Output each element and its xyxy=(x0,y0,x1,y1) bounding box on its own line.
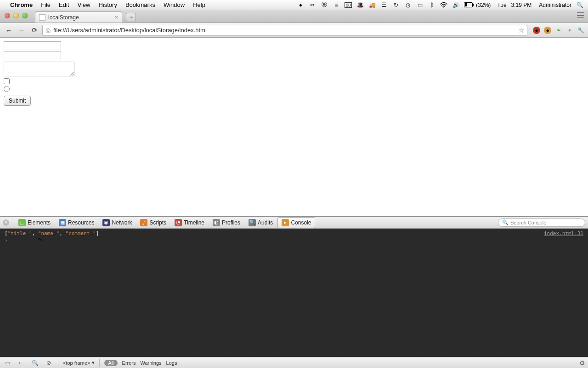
devtools-panel: × ⬚ Elements ▦ Resources ◉ Network 𝑓 Scr… xyxy=(0,216,588,368)
console-output[interactable]: ["title=", "name=", "comment="] index.ht… xyxy=(0,229,588,357)
devtools-tab-elements[interactable]: ⬚ Elements xyxy=(15,218,54,228)
window-zoom-button[interactable] xyxy=(22,13,28,18)
frame-selector-label: <top frame> xyxy=(63,360,90,366)
dock-toggle-icon[interactable]: ▭ xyxy=(3,359,12,367)
page-content: Submit xyxy=(0,38,588,211)
menu-file[interactable]: File xyxy=(41,1,51,8)
devtools-tab-label: Elements xyxy=(28,219,51,226)
console-prompt-icon[interactable]: › xyxy=(5,237,583,243)
devtools-tab-audits[interactable]: 🔍 Audits xyxy=(245,218,277,228)
tab-close-icon[interactable]: × xyxy=(114,14,118,21)
frame-selector[interactable]: <top frame> ▾ xyxy=(63,360,95,366)
menu-edit[interactable]: Edit xyxy=(59,1,69,8)
status-icon-1[interactable]: ● xyxy=(297,2,304,8)
reload-button[interactable]: ⟳ xyxy=(29,25,40,35)
extension-icon-1[interactable]: ● xyxy=(533,27,540,34)
bluetooth-icon[interactable]: ᛒ xyxy=(428,2,435,8)
bookmark-star-icon[interactable]: ☆ xyxy=(518,26,524,34)
devtools-tab-label: Console xyxy=(291,219,311,226)
filter-errors[interactable]: Errors xyxy=(122,360,136,366)
audits-icon: 🔍 xyxy=(249,219,256,226)
submit-button[interactable]: Submit xyxy=(4,96,31,106)
fullscreen-toggle-icon[interactable] xyxy=(577,12,584,18)
devtools-tab-network[interactable]: ◉ Network xyxy=(99,218,136,228)
status-icon-clock[interactable]: ◷ xyxy=(404,2,412,8)
macos-menubar: Chrome File Edit View History Bookmarks … xyxy=(0,0,588,10)
battery-percentage[interactable]: (32%) xyxy=(476,2,491,8)
svg-rect-3 xyxy=(465,3,467,6)
clock-day[interactable]: Tue xyxy=(497,2,506,8)
devtools-tab-resources[interactable]: ▦ Resources xyxy=(55,218,98,228)
footer-search-icon[interactable]: 🔍 xyxy=(30,359,40,367)
name-input[interactable] xyxy=(4,52,61,60)
tab-favicon-icon xyxy=(39,14,45,21)
back-button[interactable]: ← xyxy=(4,25,14,35)
menubar-app-name[interactable]: Chrome xyxy=(10,1,33,8)
status-icon-calendar[interactable]: 20 xyxy=(345,2,352,8)
title-input[interactable] xyxy=(4,41,61,50)
clock-time[interactable]: 3:19 PM xyxy=(511,2,532,8)
new-tab-button[interactable]: ＋ xyxy=(126,13,136,21)
volume-icon[interactable]: 🔊 xyxy=(452,2,459,8)
extension-icon-4[interactable]: ✦ xyxy=(566,27,573,34)
filter-warnings[interactable]: Warnings xyxy=(141,360,162,366)
extension-icon-2[interactable]: ● xyxy=(544,27,551,34)
devtools-footer: ▭ ›_ 🔍 ⊘ <top frame> ▾ All Errors Warnin… xyxy=(0,357,588,368)
wrench-menu-icon[interactable]: 🔧 xyxy=(577,27,584,34)
form-checkbox[interactable] xyxy=(4,78,10,84)
devtools-tab-profiles[interactable]: ◐ Profiles xyxy=(209,218,244,228)
devtools-toolbar: × ⬚ Elements ▦ Resources ◉ Network 𝑓 Scr… xyxy=(0,217,588,229)
devtools-tab-label: Network xyxy=(112,219,132,226)
wifi-icon[interactable] xyxy=(440,2,447,8)
menu-bookmarks[interactable]: Bookmarks xyxy=(125,1,155,8)
resources-icon: ▦ xyxy=(59,219,66,226)
filter-logs[interactable]: Logs xyxy=(166,360,177,366)
devtools-tab-label: Scripts xyxy=(149,219,166,226)
status-icon-display[interactable]: ▭ xyxy=(416,2,424,8)
status-icon-list[interactable]: ☰ xyxy=(380,2,388,8)
filter-all[interactable]: All xyxy=(104,360,117,366)
status-icon-textexpander[interactable]: ⓔ xyxy=(321,1,328,9)
menubar-left: Chrome File Edit View History Bookmarks … xyxy=(10,1,205,8)
menu-help[interactable]: Help xyxy=(193,1,205,8)
menu-window[interactable]: Window xyxy=(164,1,185,8)
console-log-line: ["title=", "name=", "comment="] index.ht… xyxy=(5,230,583,236)
address-bar[interactable]: ◎ file:///Users/administrator/Desktop/lo… xyxy=(42,25,527,36)
devtools-search-input[interactable]: 🔍 Search Console xyxy=(498,218,585,227)
extension-icons: ● ● ❧ ✦ 🔧 xyxy=(533,27,584,34)
spotlight-icon[interactable]: 🔍 xyxy=(576,2,583,8)
form-radio[interactable] xyxy=(4,86,10,92)
devtools-tab-console[interactable]: ▸ Console xyxy=(277,217,315,228)
menubar-user[interactable]: Administrator xyxy=(539,2,571,8)
status-icon-scissors[interactable]: ✂ xyxy=(309,2,316,8)
console-log-source[interactable]: index.html:31 xyxy=(544,230,583,236)
menu-history[interactable]: History xyxy=(98,1,117,8)
browser-tab[interactable]: localStorage × xyxy=(35,12,122,23)
devtools-close-icon[interactable]: × xyxy=(3,219,9,226)
svg-point-0 xyxy=(443,6,444,7)
menu-view[interactable]: View xyxy=(77,1,90,8)
console-log-message: ["title=", "name=", "comment="] xyxy=(5,230,99,236)
devtools-settings-icon[interactable]: ⚙ xyxy=(579,359,585,367)
site-info-icon[interactable]: ◎ xyxy=(45,27,51,34)
svg-rect-2 xyxy=(473,4,474,6)
show-console-icon[interactable]: ›_ xyxy=(17,359,26,367)
devtools-tab-label: Timeline xyxy=(184,219,204,226)
extension-icon-3[interactable]: ❧ xyxy=(555,27,562,34)
status-icon-truck[interactable]: 🚚 xyxy=(368,2,376,8)
status-icon-hat[interactable]: 🎩 xyxy=(356,2,364,8)
clear-console-icon[interactable]: ⊘ xyxy=(44,359,53,367)
battery-icon[interactable] xyxy=(464,2,471,7)
status-icon-sync[interactable]: ↻ xyxy=(392,2,400,8)
window-close-button[interactable] xyxy=(5,13,10,18)
scripts-icon: 𝑓 xyxy=(140,219,147,226)
devtools-tab-timeline[interactable]: ◔ Timeline xyxy=(171,218,208,228)
console-icon: ▸ xyxy=(282,219,289,226)
devtools-tab-scripts[interactable]: 𝑓 Scripts xyxy=(136,218,170,228)
forward-button[interactable]: → xyxy=(17,25,27,35)
window-minimize-button[interactable] xyxy=(13,13,19,18)
status-icon-menu[interactable]: ≡ xyxy=(333,2,340,8)
url-text: file:///Users/administrator/Desktop/loca… xyxy=(53,27,515,34)
chrome-window: localStorage × ＋ ← → ⟳ ◎ file:///Users/a… xyxy=(0,10,588,211)
comment-textarea[interactable] xyxy=(4,62,74,76)
